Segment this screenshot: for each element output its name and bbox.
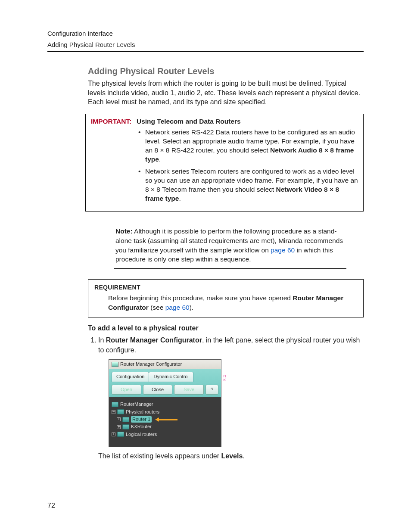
header-rule — [47, 51, 364, 52]
requirement-box: REQUIREMENT Before beginning this proced… — [88, 279, 364, 317]
content-area: Adding Physical Router Levels The physic… — [88, 66, 364, 461]
folder-icon — [117, 432, 124, 437]
important-bullet-1: Network series RS-422 Data routers have … — [138, 128, 358, 164]
window-title: Router Manager Configurator — [120, 361, 182, 367]
expand-icon[interactable] — [117, 417, 121, 421]
note-block: Note: Although it is possible to perform… — [114, 222, 346, 269]
tab-dynamic-control[interactable]: Dynamic Control — [149, 372, 193, 382]
app-icon — [112, 362, 118, 367]
important-title: Using Telecom and Data Routers — [137, 118, 241, 125]
procedure-steps: In Router Manager Configurator, in the l… — [88, 336, 364, 461]
expand-icon[interactable] — [112, 432, 115, 436]
procedure-subhead: To add a level to a physical router — [88, 324, 364, 332]
tree-physical-routers[interactable]: Physical routers — [112, 408, 218, 416]
collapse-icon[interactable] — [112, 410, 115, 414]
folder-icon — [112, 402, 118, 407]
requirement-title: REQUIREMENT — [94, 284, 357, 291]
tree-kxrouter[interactable]: KXRouter — [117, 423, 218, 430]
page: Configuration Interface Adding Physical … — [0, 0, 411, 532]
tree-root[interactable]: RouterManager — [112, 401, 218, 408]
toolbar: Configuration Dynamic Control Open Close… — [109, 369, 221, 397]
save-button[interactable]: Save — [174, 385, 204, 395]
folder-icon — [122, 417, 129, 422]
step-1-result: The list of existing levels appears unde… — [98, 451, 364, 461]
tab-configuration[interactable]: Configuration — [112, 372, 149, 382]
tree-pane: RouterManager Physical routers Router 1 — [109, 397, 221, 447]
requirement-body: Before beginning this procedure, make su… — [108, 293, 357, 312]
requirement-page-link[interactable]: page 60 — [165, 304, 190, 311]
expand-icon[interactable] — [117, 425, 121, 429]
window-titlebar: Router Manager Configurator — [109, 360, 221, 369]
right-strip: R K — [224, 374, 227, 382]
folder-icon — [122, 424, 129, 429]
important-bullet-2: Network series Telecom routers are confi… — [138, 167, 358, 203]
tree-logical-routers[interactable]: Logical routers — [112, 431, 218, 438]
important-box: IMPORTANT: Using Telecom and Data Router… — [85, 114, 364, 212]
help-button[interactable]: ? — [206, 385, 218, 395]
step-1: In Router Manager Configurator, in the l… — [98, 336, 364, 461]
note-page-link[interactable]: page 60 — [271, 246, 295, 254]
callout-arrow — [155, 416, 177, 423]
tree-router-1[interactable]: Router 1 — [117, 416, 218, 423]
folder-icon — [117, 409, 124, 414]
important-label: IMPORTANT: — [91, 118, 134, 125]
page-number: 72 — [47, 502, 55, 510]
close-button[interactable]: Close — [143, 385, 173, 395]
intro-paragraph: The physical levels from which the route… — [88, 79, 364, 107]
open-button[interactable]: Open — [112, 385, 141, 395]
screenshot-router-manager: Router Manager Configurator Configuratio… — [109, 359, 221, 447]
running-head-line2: Adding Physical Router Levels — [47, 40, 364, 49]
running-head-line1: Configuration Interface — [47, 29, 364, 38]
tree-selected-label: Router 1 — [131, 416, 152, 423]
note-label: Note: — [115, 227, 133, 235]
section-title: Adding Physical Router Levels — [88, 66, 364, 76]
